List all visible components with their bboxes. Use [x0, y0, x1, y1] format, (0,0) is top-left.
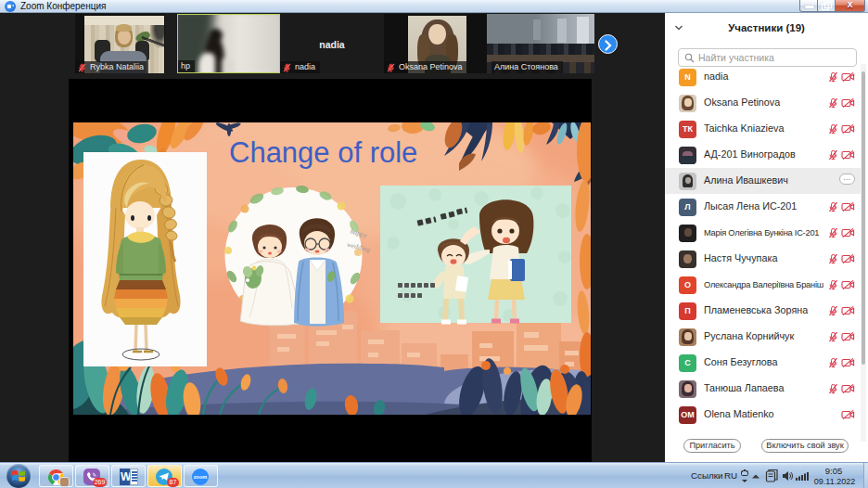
- svg-text:Change of role: Change of role: [229, 136, 417, 169]
